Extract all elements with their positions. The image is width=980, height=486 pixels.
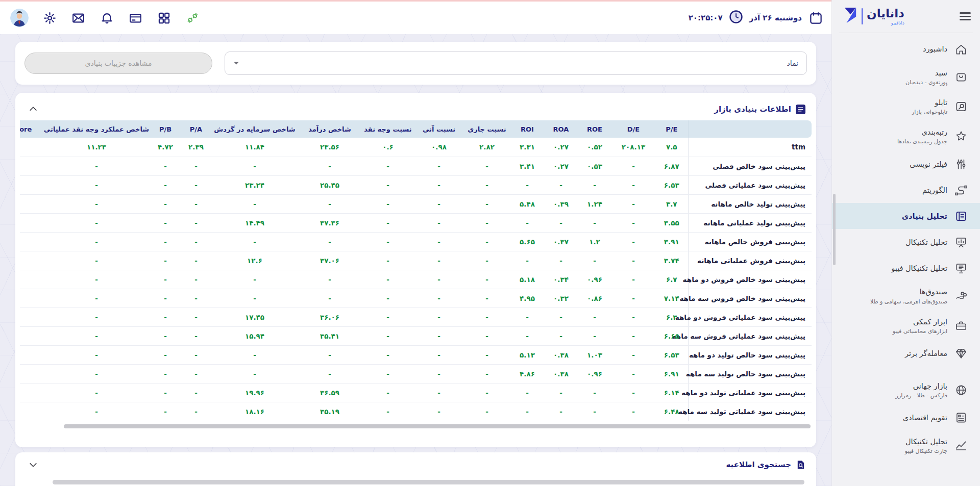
table-cell: ۰.۸۶ (578, 289, 611, 308)
table-cell: ۱۲.۶ (211, 251, 298, 270)
table-cell: ۰.۲۷ (544, 138, 578, 157)
sidebar-item-ranking[interactable]: رتبه‌بندی جدول رتبه‌بندی نمادها (832, 121, 980, 151)
technical-analysis-icon (954, 235, 968, 249)
menu-toggle-button[interactable] (960, 12, 971, 20)
table-cell: ۲۵.۴۵ (298, 175, 361, 194)
table-horizontal-scrollbar[interactable] (20, 424, 812, 428)
table-cell: - (463, 175, 510, 194)
app-root: دانایان دانافیبو داشبورد سبد پور (0, 0, 980, 486)
announcement-search-icon (796, 460, 805, 470)
table-cell: - (414, 194, 463, 213)
gear-icon[interactable] (42, 10, 57, 25)
user-avatar[interactable] (10, 9, 29, 27)
table-cell: - (544, 251, 578, 270)
sidebar-nav: داشبورد سبد پورتفوی - دیده‌بان تابلو تاب… (832, 33, 980, 461)
sidebar-item-dashboard[interactable]: داشبورد (832, 36, 980, 62)
table-cell: - (414, 175, 463, 194)
table-cell: - (361, 175, 414, 194)
table-cell: - (578, 308, 611, 326)
table-cell (20, 232, 43, 251)
bell-icon[interactable] (99, 10, 114, 25)
table-cell (20, 213, 43, 232)
collapse-section-button[interactable] (26, 102, 40, 116)
table-cell: - (43, 289, 150, 308)
table-cell: - (463, 232, 510, 251)
sidebar-item-technical-chart[interactable]: تحلیل تکنیکال چارت تکنیکال فیبو (832, 431, 980, 461)
expand-section-button[interactable] (26, 457, 40, 472)
table-cell: - (463, 345, 510, 364)
row-label: پیش‌بینی فروش خالص ماهانه (688, 232, 812, 251)
sidebar-item-portfolio[interactable]: سبد پورتفوی - دیده‌بان (832, 62, 980, 92)
table-cell: - (150, 194, 181, 213)
sidebar-item-technical-fibo[interactable]: تحلیل تکنیکال فیبو (832, 255, 980, 281)
table-row: پیش‌بینی سود خالص تولید سه ماهه۶.۹۱-۰.۹۶… (20, 364, 812, 383)
diamond-icon (954, 347, 968, 361)
sidebar-item-funds[interactable]: صندوق‌ها صندوق‌های اهرمی، سهامی و طلا (832, 281, 980, 311)
table-row: پیش‌بینی تولید خالص ماهانه۳.۷-۱.۲۴۰.۳۹۵.… (20, 194, 812, 213)
table-cell: - (181, 251, 211, 270)
scrollbar-thumb[interactable] (64, 424, 811, 428)
funds-icon (954, 289, 968, 303)
sidebar-item-algorithm[interactable]: الگوریتم (832, 177, 980, 203)
home-icon (954, 42, 968, 56)
table-cell: ۳.۵۵ (655, 213, 688, 232)
table-cell: - (544, 402, 578, 421)
table-cell: - (578, 175, 611, 194)
economic-calendar-icon (954, 411, 968, 425)
sidebar-item-filter-writing[interactable]: فیلتر نویسی (832, 151, 980, 177)
table-cell: - (611, 194, 655, 213)
table-cell (20, 326, 43, 345)
apps-grid-icon[interactable] (156, 10, 172, 25)
table-cell: - (414, 251, 463, 270)
table-cell: - (463, 383, 510, 402)
sidebar-item-fundamental-analysis[interactable]: تحلیل بنیادی (832, 203, 980, 229)
table-cell: - (150, 326, 181, 345)
table-cell: - (211, 345, 298, 364)
table-cell: - (43, 402, 150, 421)
credit-card-icon[interactable] (128, 10, 143, 25)
table-cell: ۳.۷ (655, 194, 688, 213)
symbol-select-label: نماد (787, 59, 799, 67)
column-header: ROA (544, 120, 578, 138)
table-cell: ۲۰۸.۱۳ (611, 138, 655, 157)
table-row: پیش‌بینی فروش عملیاتی ماهانه۳.۷۴-------۳… (20, 251, 812, 270)
brand-mark-icon (843, 7, 857, 26)
table-cell (20, 383, 43, 402)
table-row: پیش‌بینی سود خالص فصلی۶.۸۷-۰.۵۳۰.۲۷۳.۴۱-… (20, 157, 812, 175)
calendar-icon[interactable] (808, 10, 823, 25)
sidebar-item-global-market[interactable]: بازار جهانی فارکس - طلا - رمزارز (832, 375, 980, 405)
table-cell: - (544, 213, 578, 232)
sidebar-item-technical-analysis[interactable]: تحلیل تکنیکال (832, 229, 980, 255)
plug-icon[interactable] (185, 10, 200, 25)
divider (839, 371, 973, 371)
table-cell: ۴.۷۲ (150, 138, 181, 157)
table-cell: - (150, 157, 181, 175)
table-cell: - (150, 175, 181, 194)
table-cell: ۱۵.۹۴ (211, 326, 298, 345)
column-header: D/E (611, 120, 655, 138)
basket-icon (954, 70, 968, 84)
column-header: P/A (181, 120, 211, 138)
sidebar-scrollbar[interactable] (833, 194, 836, 265)
table-cell: - (414, 157, 463, 175)
table-cell: - (361, 194, 414, 213)
view-fundamental-details-button[interactable]: مشاهده جزییات بنیادی (24, 53, 212, 74)
row-label: پیش‌بینی سود خالص فصلی (688, 157, 812, 175)
sidebar-item-auxiliary-tools[interactable]: ابزار کمکی ابزارهای محاسباتی فیبو (832, 311, 980, 341)
top-accent-line (0, 0, 831, 2)
table-cell (20, 251, 43, 270)
toolbox-icon (954, 319, 968, 332)
table-cell: - (510, 308, 544, 326)
brand-logo[interactable]: دانایان دانافیبو (843, 7, 904, 26)
symbol-select[interactable]: نماد (225, 52, 807, 75)
table-cell: ۳.۴۱ (510, 157, 544, 175)
sidebar-item-board[interactable]: تابلو تابلوخوانی بازار (832, 92, 980, 121)
table-cell: - (578, 383, 611, 402)
table-cell: ۱۸.۱۶ (211, 402, 298, 421)
sidebar-item-economic-calendar[interactable]: تقویم اقتصادی (832, 405, 980, 431)
table-cell: ۰.۹۶ (578, 364, 611, 383)
globe-icon (954, 383, 968, 397)
sidebar-item-top-trader[interactable]: معامله‌گر برتر (832, 341, 980, 367)
mail-icon[interactable] (70, 10, 86, 25)
table-cell: ۵.۴۸ (510, 194, 544, 213)
